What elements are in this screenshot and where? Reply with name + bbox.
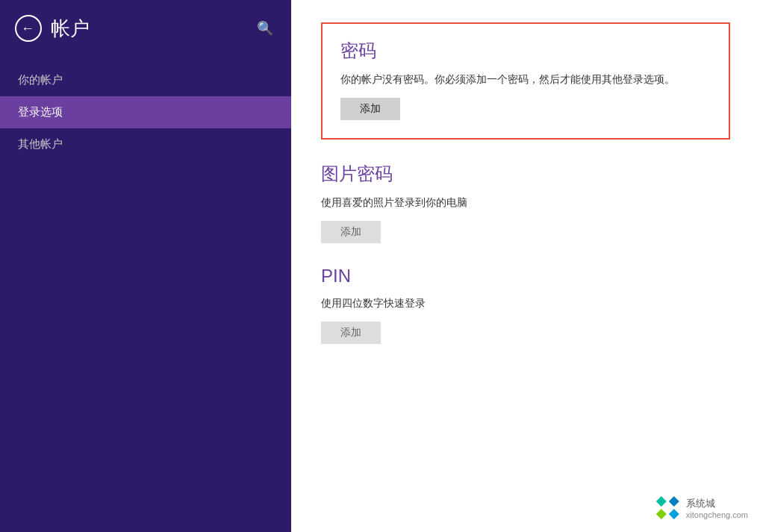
sidebar-item-login-options[interactable]: 登录选项 — [0, 96, 291, 128]
watermark-logo — [656, 496, 680, 520]
diamond-teal — [656, 496, 667, 507]
sidebar-nav: 你的帐户 登录选项 其他帐户 — [0, 64, 291, 160]
main-content: 密码 你的帐户没有密码。你必须添加一个密码，然后才能使用其他登录选项。 添加 图… — [291, 0, 760, 532]
diamond-green — [656, 509, 667, 519]
sidebar: ← 帐户 🔍 你的帐户 登录选项 其他帐户 — [0, 0, 291, 532]
sidebar-item-other-accounts[interactable]: 其他帐户 — [0, 128, 291, 160]
pin-add-button[interactable]: 添加 — [321, 322, 381, 344]
diamond-blue — [669, 496, 679, 507]
search-button[interactable]: 🔍 — [254, 17, 276, 40]
watermark-brand: 系统城 — [686, 497, 748, 510]
picture-password-description: 使用喜爱的照片登录到你的电脑 — [321, 195, 730, 210]
picture-password-title: 图片密码 — [321, 162, 730, 186]
watermark-info: 系统城 xitongcheng.com — [686, 497, 748, 519]
pin-section: PIN 使用四位数字快速登录 添加 — [321, 266, 730, 351]
password-add-button[interactable]: 添加 — [340, 98, 400, 120]
sidebar-header: ← 帐户 🔍 — [0, 0, 291, 49]
picture-password-add-button[interactable]: 添加 — [321, 221, 381, 243]
pin-description: 使用四位数字快速登录 — [321, 295, 730, 311]
diamond-lightblue — [669, 509, 679, 519]
sidebar-item-your-account[interactable]: 你的帐户 — [0, 64, 291, 96]
back-arrow-icon: ← — [21, 22, 34, 35]
watermark: 系统城 xitongcheng.com — [656, 496, 748, 520]
pin-title: PIN — [321, 266, 730, 287]
back-button[interactable]: ← — [15, 15, 42, 42]
search-icon: 🔍 — [257, 20, 273, 37]
password-description: 你的帐户没有密码。你必须添加一个密码，然后才能使用其他登录选项。 — [340, 72, 711, 87]
watermark-url: xitongcheng.com — [686, 510, 748, 519]
password-title: 密码 — [340, 39, 711, 63]
password-section: 密码 你的帐户没有密码。你必须添加一个密码，然后才能使用其他登录选项。 添加 — [321, 22, 730, 140]
picture-password-section: 图片密码 使用喜爱的照片登录到你的电脑 添加 — [321, 162, 730, 251]
sidebar-title: 帐户 — [51, 16, 90, 42]
